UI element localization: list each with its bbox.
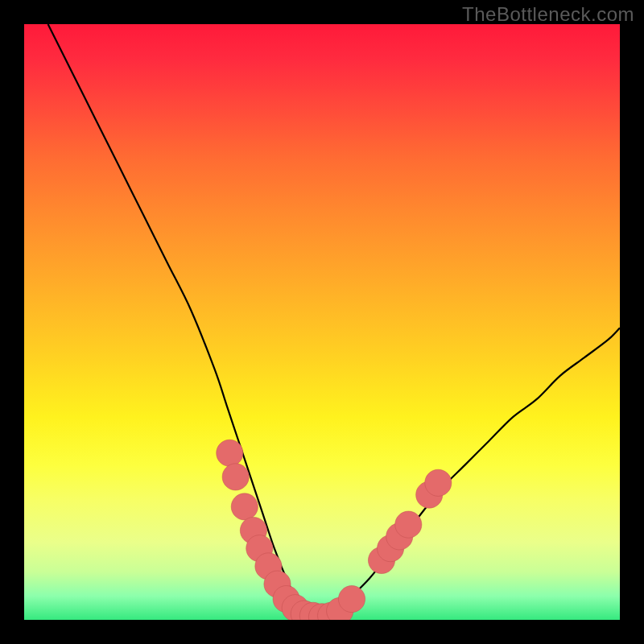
data-marker bbox=[338, 586, 365, 613]
chart-svg bbox=[24, 24, 620, 620]
bottleneck-curve bbox=[48, 24, 620, 617]
marker-group bbox=[217, 440, 452, 620]
data-marker bbox=[395, 511, 422, 538]
data-marker bbox=[231, 493, 258, 520]
data-marker bbox=[222, 464, 249, 490]
data-marker bbox=[217, 440, 243, 466]
data-marker bbox=[425, 469, 452, 496]
chart-frame: TheBottleneck.com bbox=[0, 0, 644, 644]
plot-area bbox=[24, 24, 620, 620]
watermark-text: TheBottleneck.com bbox=[462, 3, 634, 26]
